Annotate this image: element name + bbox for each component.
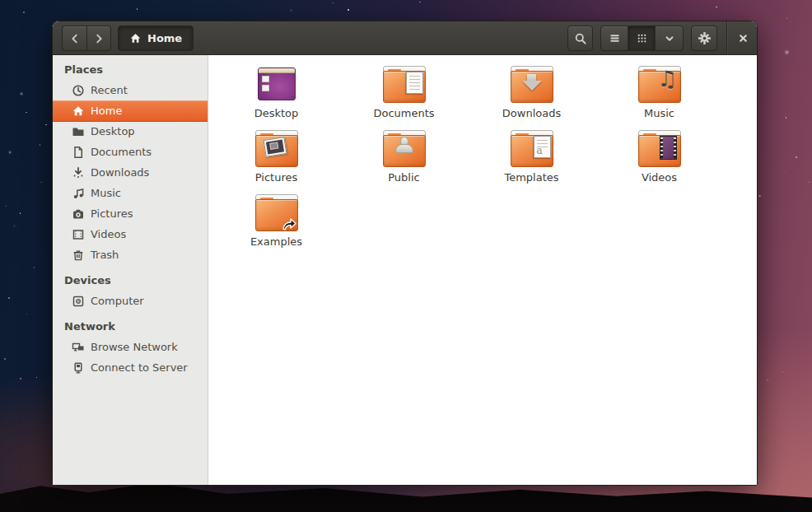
download-icon (72, 166, 85, 179)
sidebar-item-label: Home (91, 105, 122, 117)
sidebar-item-label: Desktop (91, 125, 135, 137)
file-label: Templates (504, 171, 558, 184)
file-grid: Desktop Documents Downloads ♫ (208, 55, 757, 485)
camera-icon (72, 207, 85, 221)
file-label: Documents (373, 107, 434, 119)
sidebar-item-label: Computer (91, 295, 144, 307)
person-emblem (395, 137, 413, 153)
sidebar-item-pictures[interactable]: Pictures (53, 203, 208, 224)
grid-view-icon (636, 32, 648, 44)
trash-icon (72, 249, 85, 262)
music-note-emblem: ♫ (657, 67, 677, 90)
file-label: Desktop (254, 107, 299, 119)
sidebar-item-downloads[interactable]: Downloads (53, 162, 208, 183)
public-folder-icon (381, 129, 427, 167)
sidebar-item-trash[interactable]: Trash (53, 244, 208, 265)
file-label: Downloads (502, 107, 561, 119)
titlebar: Home (53, 21, 757, 55)
chevron-down-icon (664, 33, 675, 44)
file-label: Examples (250, 235, 302, 248)
home-icon (129, 32, 142, 44)
sidebar-item-label: Documents (91, 146, 152, 158)
sidebar-item-home[interactable]: Home (53, 100, 208, 121)
templates-folder-icon: a (509, 129, 555, 167)
film-strip-emblem (660, 136, 677, 160)
sidebar-item-videos[interactable]: Videos (53, 224, 208, 244)
file-item-templates[interactable]: a Templates (468, 129, 595, 193)
view-switcher (600, 26, 684, 51)
down-arrow-emblem (522, 74, 542, 91)
location-title: Home (147, 32, 182, 44)
back-button[interactable] (62, 26, 86, 51)
window-body: Places Recent Home Desktop Documents Dow… (53, 55, 757, 485)
file-label: Music (644, 107, 674, 119)
sidebar-item-label: Pictures (91, 207, 133, 220)
file-item-music[interactable]: ♫ Music (595, 65, 723, 129)
server-icon (72, 361, 85, 375)
sidebar-item-documents[interactable]: Documents (53, 142, 208, 162)
gear-icon (698, 31, 712, 45)
sidebar-item-label: Connect to Server (91, 361, 188, 374)
close-icon (738, 33, 749, 44)
close-button[interactable] (727, 21, 758, 55)
sidebar-item-label: Videos (91, 228, 126, 240)
file-item-public[interactable]: Public (340, 129, 468, 193)
sidebar-item-label: Trash (91, 249, 119, 261)
view-options-dropdown[interactable] (656, 26, 683, 50)
forward-button[interactable] (86, 26, 111, 51)
desktop-screen-icon (254, 65, 300, 103)
navigation-buttons (62, 26, 111, 51)
file-label: Videos (642, 171, 677, 184)
music-folder-icon: ♫ (637, 65, 683, 103)
pictures-folder-icon (254, 129, 300, 167)
file-item-desktop[interactable]: Desktop (212, 65, 340, 129)
list-view-button[interactable] (601, 26, 628, 50)
sidebar-heading-places: Places (53, 59, 208, 80)
sidebar-heading-network: Network (53, 316, 208, 337)
file-item-videos[interactable]: Videos (595, 129, 723, 193)
search-icon (574, 32, 587, 45)
sidebar-item-music[interactable]: Music (53, 183, 208, 203)
photo-emblem (263, 137, 287, 157)
network-icon (72, 341, 85, 354)
file-item-examples[interactable]: Examples (212, 193, 340, 258)
film-icon (72, 228, 85, 241)
drive-icon (72, 295, 85, 308)
file-label: Pictures (255, 171, 297, 184)
downloads-folder-icon (509, 65, 555, 103)
music-icon (72, 187, 85, 200)
sidebar-item-desktop[interactable]: Desktop (53, 121, 208, 142)
settings-button[interactable] (691, 26, 717, 51)
sidebar-item-label: Downloads (91, 166, 149, 179)
sidebar-item-label: Browse Network (91, 341, 178, 353)
documents-folder-icon (381, 65, 427, 103)
file-item-downloads[interactable]: Downloads (468, 65, 595, 129)
location-home-button[interactable]: Home (118, 26, 194, 51)
file-item-documents[interactable]: Documents (340, 65, 468, 129)
sidebar-item-computer[interactable]: Computer (53, 291, 208, 311)
file-label: Public (388, 171, 419, 184)
sidebar-item-browse-network[interactable]: Browse Network (53, 337, 208, 357)
sidebar-item-label: Music (91, 187, 121, 199)
file-item-pictures[interactable]: Pictures (212, 129, 340, 193)
folder-icon (72, 125, 85, 138)
template-sheet-emblem: a (534, 136, 551, 158)
shortcut-arrow-emblem (281, 216, 297, 232)
list-view-icon (609, 32, 621, 44)
sidebar-heading-devices: Devices (53, 270, 208, 291)
sidebar-item-recent[interactable]: Recent (53, 80, 208, 100)
recent-icon (72, 84, 85, 97)
home-icon (72, 105, 85, 118)
document-sheet-emblem (406, 72, 423, 94)
grid-view-button[interactable] (628, 26, 656, 50)
document-icon (72, 146, 85, 159)
sidebar-item-label: Recent (91, 84, 128, 96)
examples-folder-icon (254, 193, 300, 231)
chevron-left-icon (69, 33, 81, 44)
sidebar-item-connect-to-server[interactable]: Connect to Server (53, 357, 208, 378)
sidebar: Places Recent Home Desktop Documents Dow… (53, 55, 208, 485)
search-button[interactable] (567, 26, 593, 51)
videos-folder-icon (637, 129, 683, 167)
chevron-right-icon (93, 33, 105, 44)
file-manager-window: Home Places (52, 21, 758, 486)
